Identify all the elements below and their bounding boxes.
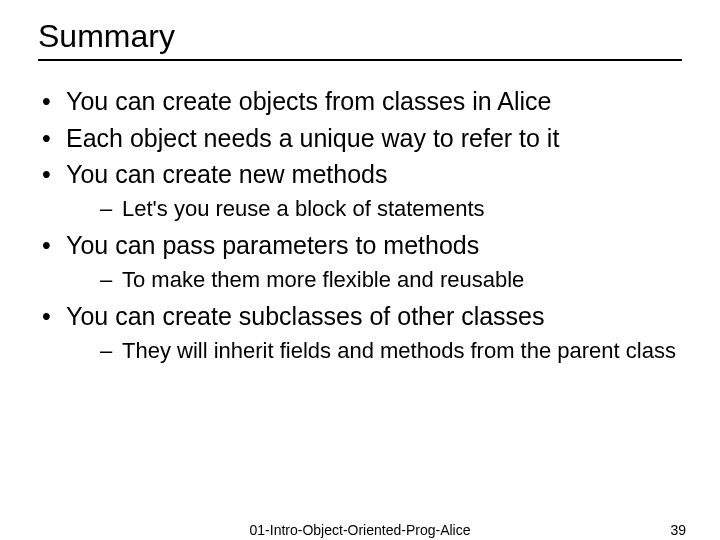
bullet-item: You can create objects from classes in A…	[38, 85, 682, 118]
bullet-item: Each object needs a unique way to refer …	[38, 122, 682, 155]
sub-bullet-item: They will inherit fields and methods fro…	[66, 337, 682, 366]
sub-bullet-item: Let's you reuse a block of statements	[66, 195, 682, 224]
bullet-text: You can create objects from classes in A…	[66, 87, 551, 115]
bullet-item: You can create subclasses of other class…	[38, 300, 682, 365]
sub-bullet-item: To make them more flexible and reusable	[66, 266, 682, 295]
bullet-item: You can create new methods Let's you reu…	[38, 158, 682, 223]
bullet-text: Each object needs a unique way to refer …	[66, 124, 559, 152]
slide: Summary You can create objects from clas…	[0, 0, 720, 540]
sub-bullet-text: They will inherit fields and methods fro…	[122, 338, 676, 363]
bullet-text: You can pass parameters to methods	[66, 231, 479, 259]
sub-list: To make them more flexible and reusable	[66, 266, 682, 295]
bullet-item: You can pass parameters to methods To ma…	[38, 229, 682, 294]
page-number: 39	[670, 522, 686, 538]
sub-list: They will inherit fields and methods fro…	[66, 337, 682, 366]
bullet-text: You can create new methods	[66, 160, 388, 188]
bullet-list: You can create objects from classes in A…	[38, 85, 682, 365]
sub-bullet-text: Let's you reuse a block of statements	[122, 196, 485, 221]
sub-bullet-text: To make them more flexible and reusable	[122, 267, 524, 292]
sub-list: Let's you reuse a block of statements	[66, 195, 682, 224]
footer-center-text: 01-Intro-Object-Oriented-Prog-Alice	[250, 522, 471, 538]
slide-title: Summary	[38, 18, 682, 61]
bullet-text: You can create subclasses of other class…	[66, 302, 545, 330]
